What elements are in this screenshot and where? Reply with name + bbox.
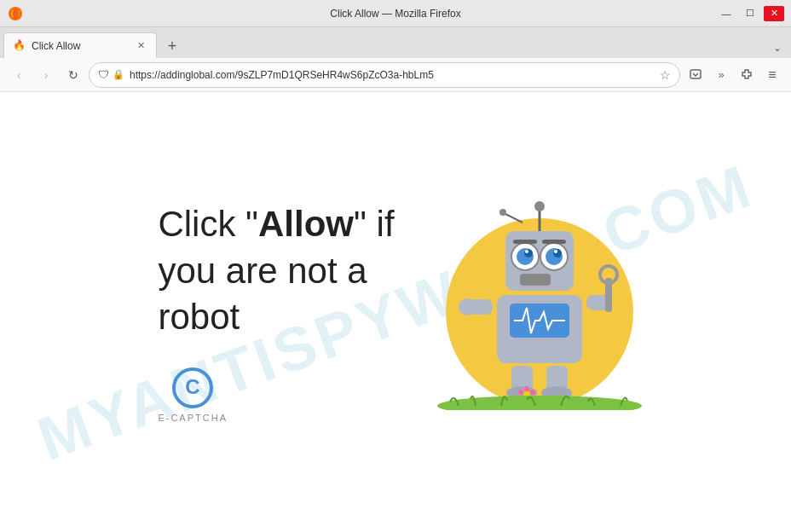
tab-click-allow[interactable]: 🔥 Click Allow ✕ <box>3 32 157 58</box>
text-section: Click "Allow" if you are not a robot C E… <box>158 201 394 423</box>
title-bar-left <box>7 5 24 22</box>
address-bar[interactable]: 🛡 🔒 https://addinglobal.com/9sZLP7mD1QRS… <box>89 62 680 88</box>
svg-point-16 <box>525 250 528 253</box>
tab-favicon-icon: 🔥 <box>13 39 26 53</box>
lock-icon: 🔒 <box>113 69 124 80</box>
heading-bold: Allow <box>258 204 354 244</box>
url-display: https://addinglobal.com/9sZLP7mD1QRSeHR4… <box>130 69 655 81</box>
page-content: MYANTISPYWARE.COM Click "Allow" if you a… <box>0 92 791 532</box>
heading-part2: " if <box>354 204 395 244</box>
forward-button[interactable]: › <box>34 63 58 87</box>
menu-button[interactable]: ≡ <box>760 63 784 87</box>
tab-close-button[interactable]: ✕ <box>134 39 147 53</box>
pocket-button[interactable] <box>684 63 707 87</box>
ecaptcha-logo-icon: C <box>171 367 214 409</box>
tab-overflow-button[interactable]: ⌄ <box>767 38 788 58</box>
grass-decoration <box>433 389 646 410</box>
window-controls: — ☐ ✕ <box>716 6 784 21</box>
heading-line3: robot <box>158 294 394 341</box>
tab-label: Click Allow <box>32 40 129 52</box>
svg-rect-2 <box>690 70 701 78</box>
overflow-icon: » <box>718 68 724 81</box>
title-bar: Click Allow — Mozilla Firefox — ☐ ✕ <box>0 0 791 27</box>
firefox-logo-icon <box>7 5 24 22</box>
browser-window: Click Allow — Mozilla Firefox — ☐ ✕ 🔥 Cl… <box>0 0 791 532</box>
bookmark-star-icon[interactable]: ☆ <box>660 68 671 82</box>
reload-button[interactable]: ↻ <box>61 63 85 87</box>
svg-rect-19 <box>542 240 566 244</box>
maximize-button[interactable]: ☐ <box>740 6 760 21</box>
svg-point-14 <box>524 249 533 257</box>
svg-point-17 <box>554 250 557 253</box>
back-button[interactable]: ‹ <box>7 63 31 87</box>
svg-point-24 <box>459 298 476 315</box>
nav-bar: ‹ › ↻ 🛡 🔒 https://addinglobal.com/9sZLP7… <box>0 58 791 92</box>
heading-part1: Click " <box>158 204 258 244</box>
new-tab-button[interactable]: + <box>160 34 184 58</box>
svg-rect-20 <box>520 274 551 286</box>
heading-line2: you are not a <box>158 248 394 295</box>
svg-line-7 <box>505 214 523 223</box>
minimize-button[interactable]: — <box>716 6 736 21</box>
ecaptcha-label: E-CAPTCHA <box>158 413 228 423</box>
address-icons: 🛡 🔒 <box>98 68 124 81</box>
overflow-button[interactable]: » <box>709 63 733 87</box>
title-bar-title: Click Allow — Mozilla Firefox <box>330 8 460 20</box>
robot-section <box>446 218 633 406</box>
content-wrapper: Click "Allow" if you are not a robot C E… <box>0 167 791 457</box>
extensions-button[interactable] <box>735 63 759 87</box>
close-button[interactable]: ✕ <box>764 6 784 21</box>
main-heading: Click "Allow" if you are not a robot <box>158 201 394 341</box>
svg-rect-18 <box>513 240 537 244</box>
svg-text:C: C <box>186 375 200 398</box>
tab-bar: 🔥 Click Allow ✕ + ⌄ <box>0 27 791 58</box>
svg-point-37 <box>437 396 642 410</box>
shield-icon: 🛡 <box>98 68 109 81</box>
svg-point-15 <box>553 249 562 257</box>
menu-icon: ≡ <box>768 67 776 83</box>
extensions-icon <box>740 68 753 82</box>
pocket-icon <box>689 68 702 82</box>
nav-toolbar-right: » ≡ <box>684 63 784 87</box>
svg-point-8 <box>499 209 506 216</box>
tab-bar-right: ⌄ <box>767 38 788 58</box>
robot-illustration <box>459 193 621 406</box>
heading-line1: Click "Allow" if <box>158 201 394 248</box>
svg-point-6 <box>534 201 545 211</box>
ecaptcha-section: C E-CAPTCHA <box>158 367 228 423</box>
